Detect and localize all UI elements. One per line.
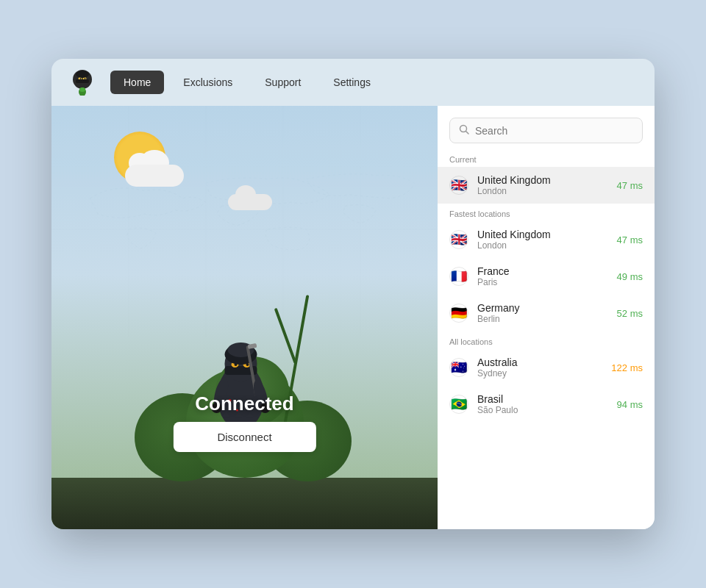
fastest-location-item-1[interactable]: 🇫🇷 France Paris 49 ms — [438, 258, 655, 295]
city-1: Paris — [477, 277, 601, 287]
cloud-small — [228, 194, 272, 210]
svg-point-5 — [85, 78, 86, 79]
all-country-1: Brasil — [477, 393, 601, 405]
all-latency-1: 94 ms — [610, 399, 643, 410]
location-info-2: Germany Berlin — [477, 302, 601, 324]
country-1: France — [477, 265, 601, 277]
all-flag-0: 🇦🇺 — [449, 358, 468, 377]
flag-2: 🇩🇪 — [449, 304, 468, 323]
section-fastest-label: Fastest locations — [438, 204, 655, 221]
all-location-info-0: Australia Sydney — [477, 356, 601, 379]
all-location-info-1: Brasil São Paulo — [477, 393, 601, 415]
current-location-item[interactable]: 🇬🇧 United Kingdom London 47 ms — [438, 167, 655, 204]
disconnect-button[interactable]: Disconnect — [173, 422, 315, 452]
location-list: Current 🇬🇧 United Kingdom London 47 ms F… — [438, 149, 655, 529]
svg-point-4 — [80, 78, 82, 79]
nav-support[interactable]: Support — [252, 71, 314, 94]
fastest-location-item-2[interactable]: 🇩🇪 Germany Berlin 52 ms — [438, 295, 655, 331]
current-flag: 🇬🇧 — [449, 176, 468, 195]
app-logo — [69, 69, 96, 96]
search-input[interactable] — [475, 125, 633, 137]
all-latency-0: 122 ms — [610, 362, 643, 373]
svg-rect-6 — [76, 79, 89, 83]
location-info-0: United Kingdom London — [477, 229, 601, 251]
all-city-0: Sydney — [477, 368, 601, 379]
all-flag-1: 🇧🇷 — [449, 395, 468, 414]
current-city: London — [477, 186, 601, 196]
flag-0: 🇬🇧 — [449, 230, 468, 249]
app-window: Home Exclusions Support Settings — [51, 59, 655, 529]
all-location-item-0[interactable]: 🇦🇺 Australia Sydney 122 ms — [438, 349, 655, 386]
nav-settings[interactable]: Settings — [320, 71, 384, 94]
nav-exclusions[interactable]: Exclusions — [170, 71, 246, 94]
all-city-1: São Paulo — [477, 405, 601, 415]
section-current-label: Current — [438, 149, 655, 167]
current-location-info: United Kingdom London — [477, 174, 601, 196]
svg-point-7 — [76, 71, 89, 78]
country-0: United Kingdom — [477, 229, 601, 240]
search-icon — [459, 124, 469, 137]
current-latency: 47 ms — [610, 180, 643, 191]
connection-status: Connected — [195, 392, 293, 415]
fastest-location-item-0[interactable]: 🇬🇧 United Kingdom London 47 ms — [438, 221, 655, 258]
location-info-1: France Paris — [477, 265, 601, 287]
latency-0: 47 ms — [610, 234, 643, 245]
main-content: Connected Disconnect Current — [51, 106, 655, 529]
ninja-scene — [120, 294, 370, 485]
ground — [51, 478, 438, 529]
svg-line-34 — [466, 132, 469, 135]
nav-home[interactable]: Home — [110, 71, 164, 94]
search-box[interactable] — [449, 118, 643, 143]
all-location-item-1[interactable]: 🇧🇷 Brasil São Paulo 94 ms — [438, 386, 655, 423]
current-country: United Kingdom — [477, 174, 601, 186]
country-2: Germany — [477, 302, 601, 314]
flag-1: 🇫🇷 — [449, 267, 468, 286]
city-0: London — [477, 240, 601, 251]
section-all-label: All locations — [438, 331, 655, 349]
right-panel: Current 🇬🇧 United Kingdom London 47 ms F… — [438, 106, 655, 529]
svg-point-9 — [79, 87, 85, 92]
latency-2: 52 ms — [610, 308, 643, 319]
sun — [110, 128, 176, 187]
latency-1: 49 ms — [610, 271, 643, 282]
nav-bar: Home Exclusions Support Settings — [51, 59, 655, 106]
illustration-panel: Connected Disconnect — [51, 106, 438, 529]
all-country-0: Australia — [477, 356, 601, 368]
city-2: Berlin — [477, 314, 601, 324]
